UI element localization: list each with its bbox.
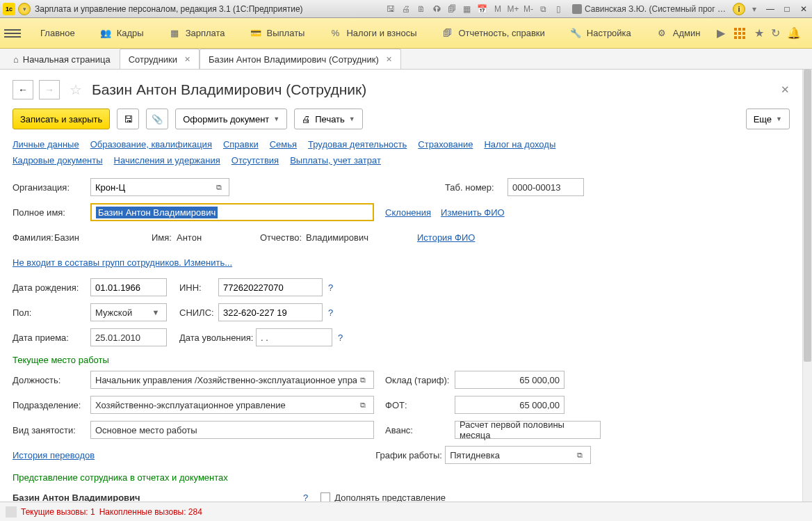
mminus-icon[interactable]: M- bbox=[521, 2, 535, 16]
fot-label: ФОТ: bbox=[385, 400, 455, 410]
link-hr-docs[interactable]: Кадровые документы bbox=[13, 155, 103, 166]
history-icon[interactable]: ↻ bbox=[771, 26, 780, 40]
extend-checkbox[interactable] bbox=[320, 492, 330, 502]
window-title: Зарплата и управление персоналом, редакц… bbox=[35, 4, 303, 14]
chevron-down-icon: ▼ bbox=[776, 115, 782, 122]
doc-icon[interactable]: 🗎 bbox=[414, 2, 428, 16]
mplus-icon[interactable]: M+ bbox=[506, 2, 520, 16]
page-close-icon[interactable]: ✕ bbox=[781, 83, 790, 96]
info-caret-icon[interactable]: ▾ bbox=[747, 2, 761, 16]
m-icon[interactable]: M bbox=[491, 2, 505, 16]
picker-icon[interactable]: ⧉ bbox=[213, 183, 225, 192]
salary-label: Оклад (тариф): bbox=[385, 375, 455, 385]
calc-icon: ▦ bbox=[169, 28, 180, 39]
chevron-down-icon[interactable]: ▼ bbox=[149, 308, 162, 316]
star-icon[interactable]: ★ bbox=[754, 26, 764, 40]
info-icon[interactable]: i bbox=[733, 3, 745, 15]
snils-label: СНИЛС: bbox=[179, 307, 218, 318]
calendar-icon[interactable]: 📅 bbox=[476, 2, 489, 16]
favorite-star-icon[interactable]: ☆ bbox=[70, 81, 82, 98]
schedule-field[interactable]: Пятидневка⧉ bbox=[445, 446, 591, 464]
dept-field[interactable]: Хозяйственно-эксплуатационное управление… bbox=[90, 396, 374, 414]
tab-close-icon[interactable]: ✕ bbox=[184, 55, 190, 64]
tab-home[interactable]: ⌂Начальная страница bbox=[4, 49, 120, 69]
link-labor[interactable]: Трудовая деятельность bbox=[308, 139, 407, 150]
status-bar: Текущие вызовы: 1 Накопленные вызовы: 28… bbox=[0, 502, 812, 521]
tabno-label: Таб. номер: bbox=[445, 182, 508, 193]
save-button[interactable]: 🖫 bbox=[117, 109, 139, 129]
link-education[interactable]: Образование, квалификация bbox=[90, 139, 212, 150]
burger-menu-icon[interactable] bbox=[4, 25, 21, 42]
scrollbar-thumb[interactable] bbox=[804, 70, 811, 362]
panel-icon[interactable]: ▯ bbox=[552, 2, 566, 16]
menu-admin[interactable]: ⚙Админ bbox=[644, 18, 713, 48]
snils-input[interactable] bbox=[218, 303, 323, 321]
fullname-input[interactable]: Базин Антон Владимирович bbox=[90, 203, 374, 221]
title-bar: 1c ▾ Зарплата и управление персоналом, р… bbox=[0, 0, 812, 18]
org-input[interactable]: ⧉ bbox=[90, 178, 229, 196]
apps-grid-icon[interactable] bbox=[732, 26, 747, 41]
link-insurance[interactable]: Страхование bbox=[418, 139, 473, 150]
fio-history-link[interactable]: История ФИО bbox=[417, 232, 475, 243]
link-tax[interactable]: Налог на доходы bbox=[484, 139, 555, 150]
chevron-down-icon: ▼ bbox=[273, 115, 279, 122]
menu-main[interactable]: Главное bbox=[28, 18, 88, 48]
link-icon[interactable]: ⧉ bbox=[537, 2, 551, 16]
wrench-icon: 🔧 bbox=[570, 28, 581, 39]
emptype-field: Основное место работы bbox=[90, 421, 374, 439]
menu-staff[interactable]: 👥Кадры bbox=[88, 18, 156, 48]
attach-button[interactable]: 📎 bbox=[146, 109, 168, 129]
patronym-value: Владимирович bbox=[306, 232, 417, 243]
help-icon[interactable]: ? bbox=[338, 332, 343, 343]
sex-select[interactable]: Мужской▼ bbox=[90, 303, 167, 321]
nav-forward-button[interactable]: → bbox=[39, 80, 60, 99]
fot-field: 65 000,00 bbox=[455, 396, 565, 414]
picker-icon[interactable]: ⧉ bbox=[357, 401, 369, 410]
tab-employee-card[interactable]: Базин Антон Владимирович (Сотрудник)✕ bbox=[200, 49, 401, 69]
print-icon[interactable]: 🖨 bbox=[399, 2, 413, 16]
link-refs[interactable]: Справки bbox=[223, 139, 259, 150]
help-icon[interactable]: ? bbox=[328, 282, 333, 293]
picker-icon[interactable]: ⧉ bbox=[574, 451, 586, 460]
change-fio-link[interactable]: Изменить ФИО bbox=[441, 207, 505, 218]
percent-icon: % bbox=[330, 28, 341, 39]
tab-close-icon[interactable]: ✕ bbox=[386, 55, 392, 64]
export-icon[interactable]: ⮉ bbox=[430, 2, 444, 16]
inn-input[interactable] bbox=[218, 278, 323, 296]
groups-link[interactable]: Не входит в составы групп сотрудников. И… bbox=[13, 257, 232, 268]
birth-input[interactable] bbox=[90, 278, 167, 296]
print-button[interactable]: 🖨Печать▼ bbox=[294, 109, 363, 129]
vertical-scrollbar[interactable] bbox=[802, 70, 812, 502]
user-indicator[interactable]: Савинская З.Ю. (Системный прог … bbox=[572, 4, 726, 14]
save-icon[interactable]: 🖫 bbox=[384, 2, 398, 16]
transfers-history-link[interactable]: История переводов bbox=[13, 450, 95, 460]
save-close-button[interactable]: Записать и закрыть bbox=[13, 109, 110, 129]
tab-employees[interactable]: Сотрудники✕ bbox=[120, 49, 200, 69]
help-icon[interactable]: ? bbox=[303, 492, 308, 502]
minimize-button[interactable]: — bbox=[762, 3, 779, 15]
menu-settings[interactable]: 🔧Настройка bbox=[558, 18, 644, 48]
declensions-link[interactable]: Склонения bbox=[385, 207, 431, 218]
menu-salary[interactable]: ▦Зарплата bbox=[156, 18, 238, 48]
menu-payments[interactable]: 💳Выплаты bbox=[238, 18, 318, 48]
more-button[interactable]: Еще▼ bbox=[746, 109, 790, 129]
maximize-button[interactable]: □ bbox=[779, 3, 795, 15]
picker-icon[interactable]: ⧉ bbox=[357, 376, 369, 385]
help-icon[interactable]: ? bbox=[328, 307, 333, 318]
link-personal[interactable]: Личные данные bbox=[13, 139, 79, 150]
import-icon[interactable]: 🗐 bbox=[445, 2, 459, 16]
link-payouts[interactable]: Выплаты, учет затрат bbox=[290, 155, 381, 166]
menu-reports[interactable]: 🗐Отчетность, справки bbox=[430, 18, 558, 48]
link-accruals[interactable]: Начисления и удержания bbox=[114, 155, 220, 166]
position-field[interactable]: Начальник управления /Хозяйственно-экспл… bbox=[90, 371, 374, 389]
link-absences[interactable]: Отсутствия bbox=[232, 155, 279, 166]
create-document-button[interactable]: Оформить документ▼ bbox=[175, 109, 287, 129]
menu-arrow-icon[interactable]: ▶ bbox=[717, 26, 725, 40]
close-button[interactable]: ✕ bbox=[795, 3, 812, 15]
nav-back-button[interactable]: ← bbox=[13, 80, 33, 99]
dropdown-icon[interactable]: ▾ bbox=[18, 3, 31, 15]
bell-icon[interactable]: 🔔 bbox=[787, 26, 801, 40]
menu-taxes[interactable]: %Налоги и взносы bbox=[317, 18, 429, 48]
calc-icon[interactable]: ▦ bbox=[460, 2, 474, 16]
link-family[interactable]: Семья bbox=[270, 139, 297, 150]
